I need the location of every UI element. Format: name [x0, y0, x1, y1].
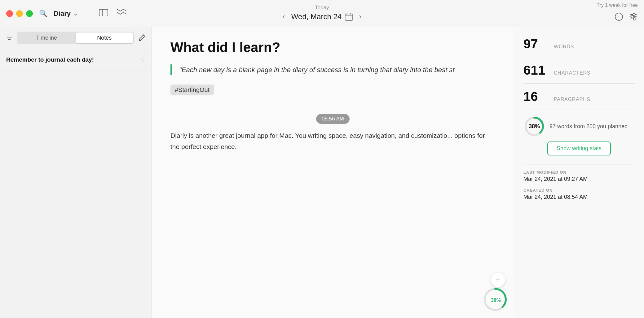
- time-badge: 08:56 AM: [316, 114, 350, 124]
- meta-section: LAST MODIFIED ON Mar 24, 2021 at 09:27 A…: [523, 164, 635, 200]
- created-value: Mar 24, 2021 at 08:54 AM: [523, 194, 635, 200]
- entry-title: What did I learn?: [170, 40, 495, 55]
- stats-panel: 97 WORDS 611 CHARACTERS 16 PARAGRAPHS 38…: [514, 27, 644, 318]
- last-modified-value: Mar 24, 2021 at 09:27 AM: [523, 176, 635, 182]
- app-body: Timeline Notes Remember to journal each …: [0, 27, 644, 318]
- sidebar-toggle-button[interactable]: [99, 9, 108, 18]
- tab-group: Timeline Notes: [17, 32, 134, 44]
- paragraphs-count: 16: [523, 89, 548, 104]
- dropdown-arrow-icon: ⌄: [73, 10, 78, 17]
- words-label: WORDS: [554, 44, 574, 50]
- maximize-button[interactable]: [26, 10, 33, 17]
- add-entry-button[interactable]: +: [491, 273, 505, 287]
- note-list-item[interactable]: Remember to journal each day! ☆: [0, 49, 152, 71]
- right-toolbar: i: [615, 13, 638, 23]
- chars-label: CHARACTERS: [554, 70, 590, 76]
- progress-percent: 38%: [529, 123, 540, 130]
- titlebar: 🔍 Diary ⌄ Try 1 week for free Today ‹ We…: [0, 0, 644, 27]
- sidebar: Timeline Notes Remember to journal each …: [0, 27, 152, 318]
- close-button[interactable]: [6, 10, 13, 17]
- try-free-label: Try 1 week for free: [597, 2, 638, 8]
- tab-timeline[interactable]: Timeline: [18, 33, 76, 43]
- content-area: What did I learn? "Each new day is a bla…: [152, 27, 514, 318]
- diary-label: Diary: [54, 10, 71, 18]
- today-label: Today: [315, 5, 329, 11]
- chars-stat: 611 CHARACTERS: [523, 63, 635, 78]
- created-label: CREATED ON: [523, 188, 635, 193]
- paragraphs-label: PARAGRAPHS: [554, 97, 590, 102]
- sidebar-toolbar: Timeline Notes: [0, 27, 152, 49]
- bottom-progress-circle: 38%: [483, 287, 508, 312]
- show-writing-stats-button[interactable]: Show writing stats: [547, 142, 611, 155]
- svg-rect-2: [345, 14, 352, 20]
- note-title: Remember to journal each day!: [6, 56, 94, 63]
- minimize-button[interactable]: [16, 10, 23, 17]
- last-modified-label: LAST MODIFIED ON: [523, 170, 635, 175]
- star-icon[interactable]: ☆: [139, 56, 145, 64]
- bottom-progress-label: 38%: [491, 298, 501, 303]
- progress-circle: 38%: [523, 115, 545, 137]
- traffic-lights: [6, 10, 33, 17]
- progress-row: 38% 97 words from 250 you planned: [523, 115, 635, 137]
- diary-selector[interactable]: Diary ⌄: [54, 10, 78, 18]
- compose-button[interactable]: [138, 33, 146, 43]
- sliders-button[interactable]: [629, 13, 638, 23]
- words-count: 97: [523, 37, 548, 51]
- entry-tag[interactable]: #StartingOut: [170, 85, 214, 95]
- view-toggle-group: [99, 0, 127, 27]
- entry-quote: "Each new day is a blank page in the dia…: [170, 64, 495, 75]
- progress-description: 97 words from 250 you planned: [549, 123, 635, 130]
- svg-point-9: [633, 13, 635, 16]
- time-divider: 08:56 AM: [170, 114, 495, 124]
- svg-point-13: [633, 18, 636, 20]
- words-stat: 97 WORDS: [523, 37, 635, 51]
- prev-day-button[interactable]: ‹: [280, 11, 288, 23]
- entry-content: What did I learn? "Each new day is a bla…: [152, 27, 514, 318]
- paragraphs-stat: 16 PARAGRAPHS: [523, 89, 635, 104]
- entry-body: Diarly is another great journal app for …: [170, 130, 495, 152]
- info-button[interactable]: i: [615, 13, 623, 23]
- map-toggle-button[interactable]: [117, 9, 127, 18]
- svg-point-11: [631, 15, 633, 18]
- tab-notes[interactable]: Notes: [76, 33, 134, 43]
- date-navigation: Today ‹ Wed, March 24 ›: [280, 5, 364, 23]
- calendar-icon[interactable]: [345, 12, 353, 21]
- current-date: Wed, March 24: [291, 12, 342, 21]
- svg-text:i: i: [618, 14, 619, 19]
- filter-button[interactable]: [6, 34, 13, 42]
- svg-rect-0: [99, 9, 108, 16]
- chars-count: 611: [523, 63, 548, 78]
- next-day-button[interactable]: ›: [356, 11, 364, 23]
- search-button[interactable]: 🔍: [39, 10, 47, 18]
